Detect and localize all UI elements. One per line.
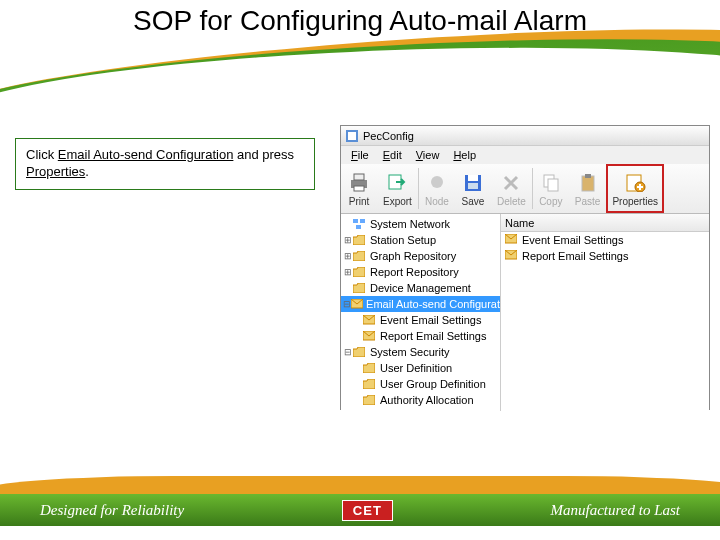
tree-item[interactable]: ⊟System Security <box>341 344 500 360</box>
tree-expander-icon[interactable]: ⊞ <box>343 235 353 245</box>
paste-icon <box>576 170 600 194</box>
list-header[interactable]: Name <box>501 214 709 232</box>
tree-item-label: Station Setup <box>370 234 436 246</box>
delete-icon <box>499 170 523 194</box>
props-icon <box>623 170 647 194</box>
printer-icon <box>347 170 371 194</box>
toolbar-label: Paste <box>575 196 601 207</box>
tree-item[interactable]: ⊞Graph Repository <box>341 248 500 264</box>
list-header-label: Name <box>505 217 534 229</box>
svg-rect-8 <box>468 175 478 181</box>
tree-item-label: Device Management <box>370 282 471 294</box>
footer-left: Designed for Reliability <box>40 502 184 519</box>
svg-rect-11 <box>548 179 558 191</box>
mail-icon <box>363 330 377 342</box>
menu-view[interactable]: View <box>410 149 446 161</box>
tree-item[interactable]: Event Email Settings <box>341 312 500 328</box>
tree-item[interactable]: ⊞Report Repository <box>341 264 500 280</box>
folder-icon <box>353 250 367 262</box>
export-icon <box>385 170 409 194</box>
tree-item-label: Event Email Settings <box>380 314 482 326</box>
tree-item[interactable]: Device Management <box>341 280 500 296</box>
list-pane[interactable]: Name Event Email SettingsReport Email Se… <box>501 214 709 411</box>
toolbar-label: Delete <box>497 196 526 207</box>
svg-point-6 <box>431 176 443 188</box>
tree-item-label: System Security <box>370 346 449 358</box>
svg-rect-4 <box>354 186 364 191</box>
instruction-text-mid: and press <box>233 147 294 162</box>
toolbar-copy-button: Copy <box>533 164 569 213</box>
toolbar-node-button: Node <box>419 164 455 213</box>
window-titlebar[interactable]: PecConfig <box>341 126 709 146</box>
menu-help[interactable]: Help <box>447 149 482 161</box>
toolbar-label: Print <box>349 196 370 207</box>
tree-item-label: Report Repository <box>370 266 459 278</box>
svg-rect-9 <box>468 183 478 189</box>
menu-edit[interactable]: Edit <box>377 149 408 161</box>
folder-icon <box>363 362 377 374</box>
svg-rect-20 <box>356 225 361 229</box>
tree-pane[interactable]: System Network⊞Station Setup⊞Graph Repos… <box>341 214 501 411</box>
mail-icon <box>351 298 363 310</box>
network-icon <box>353 218 367 230</box>
instruction-text-post: . <box>85 164 89 179</box>
menu-file[interactable]: File <box>345 149 375 161</box>
list-item[interactable]: Report Email Settings <box>501 248 709 264</box>
toolbar-print-button[interactable]: Print <box>341 164 377 213</box>
toolbar-save-button[interactable]: Save <box>455 164 491 213</box>
instruction-em1: Email Auto-send Configuration <box>58 147 234 162</box>
content-panes: System Network⊞Station Setup⊞Graph Repos… <box>341 214 709 411</box>
folder-icon <box>363 394 377 406</box>
svg-rect-12 <box>582 176 594 191</box>
header-band: SOP for Configuring Auto-mail Alarm <box>0 0 720 120</box>
footer: Designed for Reliability CET Manufacture… <box>0 468 720 540</box>
instruction-text-pre: Click <box>26 147 58 162</box>
app-icon <box>345 129 359 143</box>
toolbar-label: Copy <box>539 196 562 207</box>
tree-item[interactable]: System Network <box>341 216 500 232</box>
footer-right: Manufactured to Last <box>551 502 680 519</box>
folder-icon <box>363 378 377 390</box>
instruction-em2: Properties <box>26 164 85 179</box>
tree-expander-icon[interactable]: ⊟ <box>343 347 353 357</box>
toolbar-label: Properties <box>612 196 658 207</box>
footer-logo: CET <box>342 500 393 521</box>
save-icon <box>461 170 485 194</box>
svg-rect-18 <box>353 219 358 223</box>
tree-item-label: Email Auto-send Configurat <box>366 298 500 310</box>
toolbar: PrintExportNodeSaveDeleteCopyPasteProper… <box>341 164 709 214</box>
toolbar-label: Save <box>462 196 485 207</box>
list-item[interactable]: Event Email Settings <box>501 232 709 248</box>
tree-item[interactable]: User Definition <box>341 360 500 376</box>
tree-expander-icon[interactable]: ⊟ <box>343 299 351 309</box>
tree-item[interactable]: Authority Allocation <box>341 392 500 408</box>
tree-item-label: User Group Definition <box>380 378 486 390</box>
tree-expander-icon[interactable]: ⊞ <box>343 267 353 277</box>
folder-icon <box>353 282 367 294</box>
pecconfig-window: PecConfig File Edit View Help PrintExpor… <box>340 125 710 410</box>
list-item-label: Report Email Settings <box>522 250 628 262</box>
list-item-label: Event Email Settings <box>522 234 624 246</box>
tree-item[interactable]: Report Email Settings <box>341 328 500 344</box>
svg-rect-19 <box>360 219 365 223</box>
folder-icon <box>353 266 367 278</box>
folder-icon <box>353 346 367 358</box>
tree-expander-icon[interactable]: ⊞ <box>343 251 353 261</box>
folder-icon <box>363 410 377 411</box>
toolbar-label: Export <box>383 196 412 207</box>
tree-item-label: System Network <box>370 218 450 230</box>
toolbar-properties-button[interactable]: Properties <box>606 164 664 213</box>
svg-rect-1 <box>348 132 356 140</box>
tree-item[interactable]: ⊟Email Auto-send Configurat <box>341 296 500 312</box>
toolbar-export-button[interactable]: Export <box>377 164 418 213</box>
tree-item[interactable]: ⊞Station Setup <box>341 232 500 248</box>
copy-icon <box>539 170 563 194</box>
window-title: PecConfig <box>363 130 414 142</box>
tree-item-label: Graph Repository <box>370 250 456 262</box>
menubar[interactable]: File Edit View Help <box>341 146 709 164</box>
mail-icon <box>363 314 377 326</box>
toolbar-label: Node <box>425 196 449 207</box>
tree-item[interactable]: User Group Definition <box>341 376 500 392</box>
toolbar-paste-button: Paste <box>569 164 607 213</box>
tree-item[interactable]: Role Configuration <box>341 408 500 411</box>
